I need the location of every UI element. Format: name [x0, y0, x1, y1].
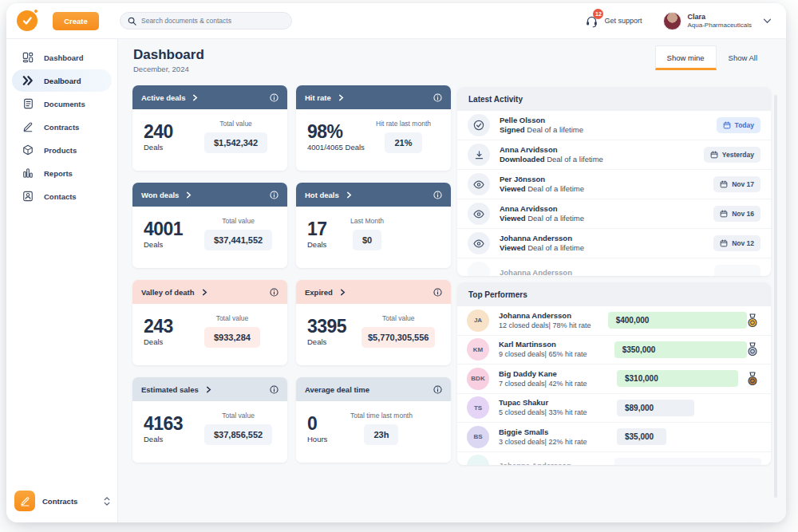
avatar: KM — [467, 338, 489, 361]
card-title: Valley of death — [141, 288, 195, 297]
deal-count: 17 — [307, 219, 339, 239]
info-icon[interactable] — [270, 288, 279, 297]
sidebar-item-label: Contracts — [44, 123, 79, 132]
products-box-icon — [22, 144, 34, 156]
activity-row[interactable]: Anna Arvidsson Downloaded Deal of a life… — [457, 140, 771, 170]
chevron-right-icon — [186, 191, 192, 199]
avatar — [467, 455, 489, 465]
activity-date-pill[interactable]: Nov 17 — [713, 176, 760, 192]
sidebar-item-dealboard[interactable]: Dealboard — [12, 69, 112, 92]
search-bar[interactable] — [120, 12, 292, 30]
activity-date-pill[interactable]: Today — [717, 117, 760, 133]
performer-name: Big Daddy Kane — [499, 369, 617, 379]
performer-row[interactable]: JA Johanna Andersson 12 closed deals| 78… — [457, 306, 771, 336]
main-content: Dashboard December, 2024 Show mine Show … — [118, 39, 786, 522]
calendar-icon — [720, 239, 728, 247]
info-icon[interactable] — [433, 385, 442, 394]
performer-row[interactable]: Johanna Andersson — [457, 452, 771, 466]
dealboard-icon — [22, 76, 34, 85]
activity-row[interactable]: Pelle Olsson Signed Deal of a lifetime T… — [457, 111, 771, 140]
card-hot-deals[interactable]: Hot deals 17 Deals Last Month $0 — [296, 183, 451, 268]
tab-show-mine[interactable]: Show mine — [655, 45, 717, 70]
sidebar-item-label: Contacts — [44, 192, 77, 201]
metric-value: $1,542,342 — [204, 132, 267, 153]
activity-object: Deal of a lifetime — [527, 184, 584, 193]
performer-row[interactable]: BS Biggie Smalls 3 closed deals| 22% hit… — [457, 423, 771, 452]
metric-label: Last Month — [350, 217, 384, 225]
card-active-deals[interactable]: Active deals 240 Deals Total value $1,54… — [132, 85, 287, 171]
chevron-right-icon — [192, 94, 198, 101]
info-icon[interactable] — [270, 93, 279, 102]
activity-date: Nov 16 — [732, 210, 754, 218]
performer-row[interactable]: TS Tupac Shakur 5 closed deals| 33% hit … — [457, 394, 771, 424]
performer-amount-bar: $350,000 — [614, 341, 747, 358]
metric-label: Total value — [219, 120, 252, 128]
metric-label: Total value — [222, 217, 255, 225]
card-title: Won deals — [141, 191, 179, 199]
info-icon[interactable] — [433, 288, 442, 297]
sidebar-item-label: Documents — [44, 100, 85, 108]
activity-name: Anna Arvidsson — [500, 145, 603, 155]
info-icon[interactable] — [270, 191, 279, 199]
sidebar-item-reports[interactable]: Reports — [12, 162, 112, 184]
deal-count: 243 — [144, 316, 193, 337]
workspace-switcher[interactable]: Contracts — [14, 491, 111, 511]
info-icon[interactable] — [270, 385, 279, 394]
activity-row[interactable]: Johanna Andersson — [457, 258, 771, 276]
performer-name: Johanna Andersson — [499, 461, 614, 465]
search-input[interactable] — [141, 17, 284, 25]
performer-row[interactable]: KM Karl Martinsson 9 closed deals| 65% h… — [457, 336, 771, 365]
search-icon — [128, 17, 136, 26]
activity-row[interactable]: Anna Arvidsson Viewed Deal of a lifetime… — [457, 199, 771, 229]
activity-date: Yesterday — [722, 151, 754, 159]
create-button[interactable]: Create — [53, 12, 99, 30]
card-title: Expired — [305, 288, 333, 297]
sidebar-item-products[interactable]: Products — [12, 139, 112, 161]
contacts-person-icon — [22, 191, 34, 202]
performer-row[interactable]: BDK Big Daddy Kane 7 closed deals| 42% h… — [457, 365, 771, 394]
chevron-right-icon — [338, 94, 344, 101]
sidebar-item-documents[interactable]: Documents — [12, 93, 112, 115]
info-icon[interactable] — [433, 191, 442, 199]
silver-medal-icon — [747, 342, 758, 357]
activity-date-pill[interactable]: Nov 16 — [713, 206, 760, 222]
avatar: BS — [467, 426, 489, 448]
activity-date-pill[interactable] — [714, 265, 760, 276]
card-expired[interactable]: Expired 3395 Deals Total value $5,770,30… — [296, 280, 451, 365]
avatar: JA — [467, 309, 489, 332]
hit-rate-deals: 4001/4065 Deals — [307, 143, 357, 152]
avatar — [663, 12, 681, 30]
reports-chart-icon — [22, 167, 34, 179]
content-scrollbar[interactable] — [774, 95, 777, 498]
activity-name: Anna Arvidsson — [500, 204, 584, 214]
card-average-deal-time[interactable]: Average deal time 0 Hours Total time las… — [296, 377, 451, 463]
activity-date-pill[interactable]: Yesterday — [704, 147, 760, 163]
brand-logo[interactable] — [17, 10, 38, 31]
sidebar-item-label: Dashboard — [44, 53, 84, 62]
card-title: Hit rate — [305, 93, 331, 102]
metric-value: 23h — [364, 424, 398, 445]
activity-row[interactable]: Per Jönsson Viewed Deal of a lifetime No… — [457, 170, 771, 199]
chevron-right-icon — [202, 289, 207, 296]
sidebar-item-contacts[interactable]: Contacts — [12, 185, 112, 207]
eye-icon — [468, 173, 490, 195]
sidebar-item-dashboard[interactable]: Dashboard — [12, 46, 112, 69]
activity-date-pill[interactable]: Nov 12 — [713, 235, 760, 251]
activity-name: Per Jönsson — [500, 175, 584, 184]
tab-show-all[interactable]: Show All — [717, 45, 769, 70]
user-menu[interactable]: Clara Aqua-Pharmaceuticals — [663, 12, 772, 30]
get-support-button[interactable]: 12 Get support — [585, 14, 642, 28]
card-won-deals[interactable]: Won deals 4001 Deals Total value $37,441… — [132, 183, 287, 268]
performer-amount-bar: $400,000 — [608, 312, 747, 329]
activity-row[interactable]: Johanna Andersson Viewed Deal of a lifet… — [457, 229, 771, 258]
sidebar-item-contracts[interactable]: Contracts — [12, 116, 112, 138]
activity-date: Nov 17 — [732, 180, 754, 188]
performer-amount-bar: $35,000 — [617, 428, 666, 445]
card-estimated-sales[interactable]: Estimated sales 4163 Deals Total value $… — [132, 377, 287, 463]
chevron-down-icon — [763, 18, 772, 24]
card-hit-rate[interactable]: Hit rate 98% 4001/4065 Deals Hit rate la… — [296, 85, 451, 171]
info-icon[interactable] — [433, 93, 442, 102]
card-valley-of-death[interactable]: Valley of death 243 Deals Total value $9… — [132, 280, 287, 365]
download-icon — [468, 144, 490, 166]
kpi-cards-grid: Active deals 240 Deals Total value $1,54… — [132, 85, 451, 463]
